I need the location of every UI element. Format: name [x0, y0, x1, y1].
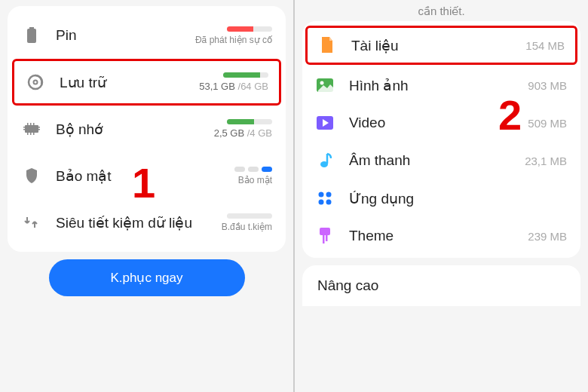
svg-point-21: [319, 200, 324, 205]
svg-point-16: [320, 81, 324, 85]
svg-point-20: [326, 192, 332, 198]
svg-rect-7: [38, 127, 40, 128]
documents-icon: [318, 36, 336, 54]
row-datasaver[interactable]: Siêu tiết kiệm dữ liệu B.đầu t.kiệm: [8, 199, 286, 246]
svg-point-18: [320, 161, 328, 167]
svg-rect-25: [326, 235, 328, 241]
memory-icon: [21, 118, 42, 139]
audio-label: Âm thanh: [349, 152, 525, 169]
video-icon: [316, 114, 334, 132]
documents-value: 154 MB: [525, 39, 565, 52]
storage-icon: [25, 72, 46, 93]
storage-right: 53,1 GB /64 GB: [199, 72, 268, 92]
row-security[interactable]: Bảo mật Bảo mật: [8, 152, 286, 199]
memory-label: Bộ nhớ: [56, 121, 214, 138]
svg-rect-23: [320, 228, 330, 235]
cat-theme[interactable]: Theme 239 MB: [302, 217, 580, 255]
audio-value: 23,1 MB: [525, 155, 567, 167]
datasaver-bar: [227, 213, 272, 219]
row-storage[interactable]: Lưu trữ 53,1 GB /64 GB: [12, 59, 281, 106]
security-status: Bảo mật: [238, 175, 272, 185]
images-label: Hình ảnh: [349, 77, 528, 94]
datasaver-right: B.đầu t.kiệm: [222, 213, 272, 232]
battery-right: Đã phát hiện sự cố: [195, 26, 272, 45]
svg-rect-1: [27, 29, 36, 43]
security-dots: [234, 167, 272, 172]
svg-point-22: [326, 200, 332, 205]
battery-bar: [227, 26, 272, 32]
cat-apps[interactable]: Ứng dụng: [302, 179, 580, 217]
svg-rect-9: [27, 123, 29, 125]
storage-usage: 53,1 GB /64 GB: [199, 81, 268, 92]
svg-rect-6: [23, 129, 25, 130]
svg-point-3: [34, 81, 38, 84]
storage-label: Lưu trữ: [60, 74, 199, 91]
cat-images[interactable]: Hình ảnh 903 MB: [302, 66, 580, 104]
video-label: Video: [349, 115, 528, 131]
truncated-text: cần thiết.: [295, 0, 588, 21]
cat-video[interactable]: Video 509 MB: [302, 104, 580, 142]
documents-label: Tài liệu: [351, 37, 525, 54]
memory-bar: [227, 119, 272, 124]
svg-rect-5: [23, 127, 25, 128]
categories-card: Tài liệu 154 MB Hình ảnh 903 MB Video 50…: [302, 21, 580, 258]
security-right: Bảo mật: [234, 167, 272, 185]
memory-right: 2,5 GB /4 GB: [214, 119, 272, 139]
battery-icon: [21, 25, 42, 46]
advanced-section[interactable]: Nâng cao: [302, 265, 580, 306]
memory-usage: 2,5 GB /4 GB: [214, 127, 272, 139]
security-label: Bảo mật: [56, 167, 234, 185]
datasaver-label: Siêu tiết kiệm dữ liệu: [56, 214, 222, 231]
svg-rect-24: [323, 235, 325, 243]
battery-label: Pin: [56, 27, 195, 44]
svg-rect-4: [25, 125, 38, 133]
svg-rect-14: [33, 133, 35, 135]
cat-documents[interactable]: Tài liệu 154 MB: [305, 26, 577, 65]
apps-label: Ứng dụng: [349, 190, 567, 207]
svg-rect-8: [38, 129, 40, 130]
datasaver-status: B.đầu t.kiệm: [222, 222, 272, 232]
svg-rect-0: [29, 27, 34, 29]
shield-icon: [21, 165, 42, 186]
fix-now-button[interactable]: K.phục ngay: [49, 259, 245, 296]
svg-point-19: [319, 192, 324, 198]
row-memory[interactable]: Bộ nhớ 2,5 GB /4 GB: [8, 106, 286, 152]
svg-rect-11: [33, 123, 35, 125]
images-value: 903 MB: [528, 79, 567, 92]
left-panel: Pin Đã phát hiện sự cố Lưu trữ 53,1 GB /…: [0, 0, 295, 392]
advanced-label: Nâng cao: [317, 277, 378, 293]
device-care-card: Pin Đã phát hiện sự cố Lưu trữ 53,1 GB /…: [8, 6, 286, 252]
cat-audio[interactable]: Âm thanh 23,1 MB: [302, 142, 580, 179]
video-value: 509 MB: [528, 117, 567, 130]
dual-screenshot: Pin Đã phát hiện sự cố Lưu trữ 53,1 GB /…: [0, 0, 588, 392]
theme-icon: [316, 227, 334, 245]
audio-icon: [316, 152, 334, 170]
images-icon: [316, 76, 334, 94]
row-battery[interactable]: Pin Đã phát hiện sự cố: [8, 12, 286, 59]
storage-bar: [223, 72, 268, 78]
apps-icon: [316, 189, 334, 207]
theme-label: Theme: [349, 228, 528, 244]
svg-rect-12: [27, 133, 29, 135]
battery-status: Đã phát hiện sự cố: [195, 35, 272, 45]
right-panel: cần thiết. Tài liệu 154 MB Hình ảnh 903 …: [295, 0, 588, 392]
svg-rect-13: [30, 133, 32, 135]
datasaver-icon: [21, 212, 42, 233]
svg-rect-10: [30, 123, 32, 125]
theme-value: 239 MB: [528, 230, 567, 243]
